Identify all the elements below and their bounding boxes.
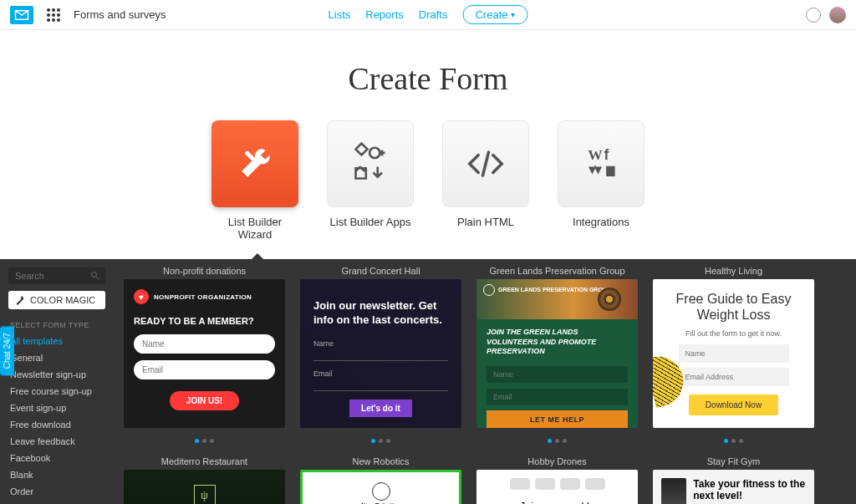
template-gym[interactable]: Take your fitness to the next level! — [653, 470, 814, 504]
globe-icon — [483, 284, 495, 296]
tile-list-builder-apps[interactable]: List Builder Apps — [327, 120, 414, 241]
apps-grid-icon — [347, 140, 394, 187]
sidebar-item-seasonal[interactable]: Seasonal — [0, 500, 114, 504]
template-heading: Join our newsletter. Get info on the las… — [313, 299, 448, 328]
fork-icon: ψ — [194, 485, 216, 504]
template-concert[interactable]: Join our newsletter. Get info on the las… — [300, 279, 461, 428]
wand-icon — [15, 295, 25, 305]
heart-icon: ♥ — [134, 289, 149, 304]
template-heading: Join our weekly — [485, 500, 629, 504]
tile-box-apps[interactable] — [327, 120, 414, 207]
template-drones[interactable]: Join our weekly — [476, 470, 638, 504]
robot-icon — [372, 482, 390, 501]
field-label: Email — [313, 369, 448, 378]
animal-eye-image — [598, 288, 621, 311]
template-heading: READY TO BE A MEMBER? — [134, 316, 275, 326]
template-title: Hobby Drones — [476, 456, 638, 466]
template-submit-button[interactable]: Let's do it — [349, 400, 412, 417]
tile-box-integrations[interactable]: Wf — [558, 120, 645, 207]
sidebar-item-feedback[interactable]: Leave feedback — [0, 433, 114, 450]
pagination-dots[interactable] — [476, 431, 638, 446]
field-label: Name — [313, 339, 448, 348]
template-greenlands[interactable]: GREEN LANDS PRESERVATION GROUP JOIN THE … — [476, 279, 638, 428]
sidebar-item-free-course[interactable]: Free course sign-up — [0, 383, 114, 400]
svg-text:f: f — [604, 146, 609, 163]
tile-box-wizard[interactable] — [211, 120, 298, 207]
brand-logo[interactable] — [10, 6, 33, 24]
sidebar-item-facebook[interactable]: Facebook — [0, 450, 114, 466]
sidebar-item-order[interactable]: Order — [0, 483, 114, 500]
tile-label: List Builder Wizard — [211, 216, 298, 241]
sidebar-item-free-download[interactable]: Free download — [0, 416, 114, 433]
template-title: Stay Fit Gym — [653, 456, 814, 466]
template-gallery: COLOR MAGIC SELECT FORM TYPE All templat… — [0, 259, 856, 504]
template-title: Grand Concert Hall — [300, 266, 461, 276]
template-name-input[interactable] — [487, 366, 628, 383]
pagination-dots[interactable] — [124, 431, 285, 446]
tile-label: List Builder Apps — [327, 216, 414, 228]
template-heading: JOIN THE GREEN LANDS VOLUNTEERS AND PROM… — [487, 328, 628, 357]
template-title: Non-profit donations — [124, 266, 285, 276]
template-logo-text: NONPROFIT ORGANIZATION — [154, 293, 252, 301]
nav-lists[interactable]: Lists — [329, 8, 351, 21]
color-magic-button[interactable]: COLOR MAGIC — [8, 291, 105, 309]
template-title: Mediterro Restaurant — [124, 456, 285, 466]
template-robotics[interactable]: New Robotics Keep up with our — [300, 470, 461, 504]
template-healthy[interactable]: Free Guide to Easy Weight Loss Fill out … — [653, 279, 814, 428]
sidebar-item-general[interactable]: General — [0, 349, 114, 366]
template-nonprofit[interactable]: ♥NONPROFIT ORGANIZATION READY TO BE A ME… — [124, 279, 285, 428]
tile-label: Integrations — [558, 216, 645, 228]
page-title: Create Form — [0, 60, 856, 97]
template-heading: Free Guide to Easy Weight Loss — [665, 291, 802, 323]
color-magic-label: COLOR MAGIC — [30, 295, 95, 305]
chevron-down-icon: ▾ — [511, 10, 515, 19]
template-submit-button[interactable]: Download Now — [689, 395, 778, 415]
chat-tab[interactable]: Chat 24/7 — [0, 326, 14, 375]
tile-integrations[interactable]: Wf Integrations — [558, 120, 645, 241]
template-title: Green Lands Preservation Group — [476, 266, 638, 276]
code-icon — [462, 140, 509, 187]
user-avatar[interactable] — [829, 7, 846, 23]
sidebar-item-newsletter[interactable]: Newsletter sign-up — [0, 366, 114, 383]
template-logo-text: GREEN LANDS PRESERVATION GROUP — [498, 287, 611, 293]
gallery-pointer — [251, 253, 264, 260]
template-title: New Robotics — [300, 456, 461, 466]
create-button-label: Create — [475, 8, 507, 21]
template-submit-button[interactable]: JOIN US! — [170, 391, 239, 410]
sidebar-item-blank[interactable]: Blank — [0, 466, 114, 483]
wrench-icon — [232, 140, 278, 187]
tile-box-html[interactable] — [442, 120, 529, 207]
breadcrumb: Forms and surveys — [74, 8, 166, 21]
gallery-sidebar: COLOR MAGIC SELECT FORM TYPE All templat… — [0, 259, 114, 504]
template-grid: Non-profit donations ♥NONPROFIT ORGANIZA… — [114, 259, 856, 504]
template-subtext: Fill out the form to get it now. — [665, 329, 802, 338]
nav-drafts[interactable]: Drafts — [419, 8, 448, 21]
person-image — [661, 478, 686, 504]
template-name-input[interactable] — [679, 344, 789, 363]
nav-reports[interactable]: Reports — [365, 8, 404, 21]
template-submit-button[interactable]: LET ME HELP — [487, 410, 628, 428]
template-restaurant[interactable]: ψ Sign up to receive — [124, 470, 285, 504]
drones-image — [485, 478, 629, 496]
template-heading: Take your fitness to the next level! — [693, 478, 806, 504]
integrations-icon: Wf — [578, 140, 624, 187]
sidebar-heading: SELECT FORM TYPE — [0, 318, 114, 333]
create-button[interactable]: Create ▾ — [462, 5, 527, 24]
template-email-input[interactable] — [679, 368, 789, 386]
pagination-dots[interactable] — [300, 431, 461, 446]
tile-label: Plain HTML — [442, 216, 529, 228]
sidebar-item-all-templates[interactable]: All templates — [0, 333, 114, 349]
form-type-tiles: List Builder Wizard List Builder Apps Pl… — [0, 120, 856, 241]
template-email-input[interactable] — [134, 360, 275, 379]
settings-icon[interactable] — [806, 8, 821, 23]
tile-plain-html[interactable]: Plain HTML — [442, 120, 529, 241]
sidebar-item-event[interactable]: Event sign-up — [0, 400, 114, 416]
tile-list-builder-wizard[interactable]: List Builder Wizard — [211, 120, 298, 241]
pagination-dots[interactable] — [653, 431, 814, 446]
template-email-input[interactable] — [487, 389, 628, 405]
template-name-input[interactable] — [134, 334, 275, 354]
apps-icon[interactable] — [47, 8, 60, 22]
search-icon — [90, 271, 100, 281]
template-title: Healthy Living — [653, 266, 814, 276]
top-bar: Forms and surveys Lists Reports Drafts C… — [0, 0, 856, 30]
